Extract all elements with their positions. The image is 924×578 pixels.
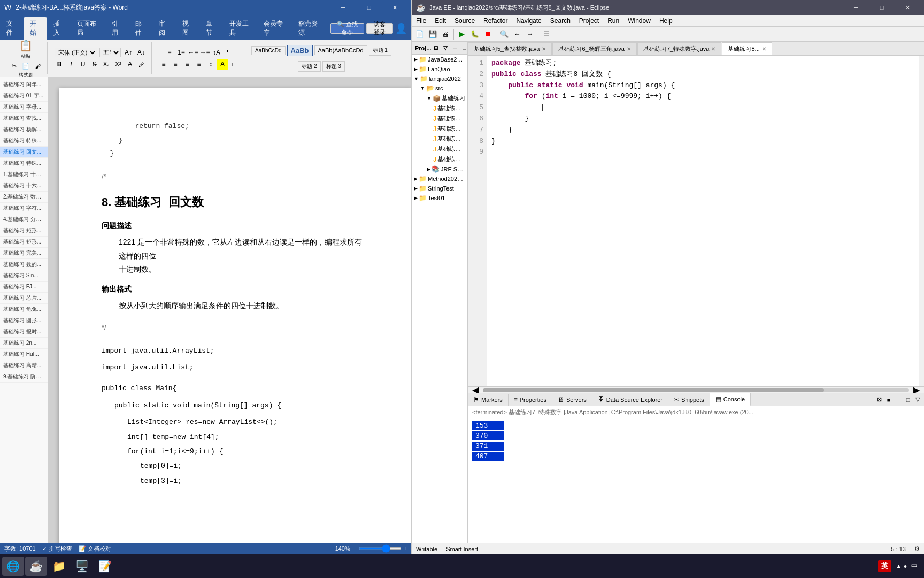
word-close-btn[interactable]: ✕ xyxy=(382,0,407,15)
menu-project[interactable]: Project xyxy=(575,16,603,26)
console-minimize-btn[interactable]: ─ xyxy=(894,396,903,404)
numbering-btn[interactable]: 1≡ xyxy=(176,47,187,58)
indent-decrease-btn[interactable]: ←≡ xyxy=(188,47,198,58)
paste-btn[interactable]: 📋 xyxy=(17,38,35,53)
style-heading1[interactable]: AaBb xyxy=(287,45,313,56)
line-spacing-btn[interactable]: ↕ xyxy=(205,59,216,70)
tb-perspective-btn[interactable]: ☰ xyxy=(541,28,552,40)
console-terminate-btn[interactable]: ■ xyxy=(884,396,893,404)
sidebar-item-21[interactable]: 基础练习 圆形... xyxy=(0,315,48,326)
pilcrow-btn[interactable]: ¶ xyxy=(223,47,234,58)
sidebar-item-19[interactable]: 基础练习 芯片... xyxy=(0,293,48,304)
tab-console[interactable]: ▤ Console xyxy=(710,393,751,406)
ribbon-tab-resources[interactable]: 稻壳资源 xyxy=(292,17,326,40)
tree-ex4[interactable]: J 基础练习... xyxy=(412,134,467,144)
tb-print-btn[interactable]: 🖨 xyxy=(440,28,451,40)
eclipse-minimize-btn[interactable]: ─ xyxy=(844,0,868,15)
editor-tab-ex7[interactable]: 基础练习7_特殊数字.java ✕ xyxy=(637,42,721,55)
tree-basics[interactable]: ▼ 📦 基础练习 xyxy=(412,93,467,103)
sidebar-item-14[interactable]: 基础练习 矩形... xyxy=(0,237,48,248)
tab-servers[interactable]: 🖥 Servers xyxy=(552,394,592,406)
console-clear-btn[interactable]: ⊠ xyxy=(875,396,883,404)
sidebar-item-6[interactable]: 基础练习 回文... xyxy=(0,147,48,158)
tree-arrow[interactable]: ▶ xyxy=(414,57,418,62)
ime-indicator[interactable]: 英 xyxy=(878,560,891,572)
sidebar-item-20[interactable]: 基础练习 龟兔... xyxy=(0,304,48,315)
tree-stringtest[interactable]: ▶ 📁 StringTest xyxy=(412,184,467,193)
sidebar-item-16[interactable]: 基础练习 数的... xyxy=(0,259,48,270)
find-command-btn[interactable]: 🔍 查找命令 xyxy=(330,23,364,34)
collapse-all-icon[interactable]: ⊟ xyxy=(432,44,440,52)
tb-stop-btn[interactable]: ⏹ xyxy=(482,28,494,40)
style-h1[interactable]: 标题 1 xyxy=(369,45,391,56)
menu-search[interactable]: Search xyxy=(546,16,575,26)
sidebar-item-5[interactable]: 基础练习 特殊... xyxy=(0,135,48,147)
tree-ex5[interactable]: J 基础练习... xyxy=(412,144,467,154)
taskbar-terminal[interactable]: 🖥️ xyxy=(71,557,93,576)
tree-src[interactable]: ▼ 📂 src xyxy=(412,83,467,93)
tree-arrow[interactable]: ▼ xyxy=(427,96,432,101)
sidebar-item-22[interactable]: 基础练习 报时... xyxy=(0,326,48,338)
copy-btn[interactable]: 📄 xyxy=(20,61,31,72)
sidebar-item-3[interactable]: 基础练习 查找... xyxy=(0,113,48,124)
tab-properties[interactable]: ≡ Properties xyxy=(509,394,552,406)
border-btn[interactable]: □ xyxy=(229,59,240,70)
style-h2[interactable]: 标题 2 xyxy=(298,61,320,72)
visit-login-btn[interactable]: 访客登录 xyxy=(366,23,393,34)
zoom-increase-btn[interactable]: + xyxy=(404,545,407,552)
menu-file[interactable]: File xyxy=(412,16,430,26)
underline-btn[interactable]: U xyxy=(78,59,88,70)
eclipse-close-btn[interactable]: ✕ xyxy=(895,0,920,15)
tree-arrow[interactable]: ▶ xyxy=(414,66,418,72)
sidebar-item-15[interactable]: 基础练习 完美... xyxy=(0,248,48,259)
tree-ex3[interactable]: J 基础练习... xyxy=(412,124,467,134)
console-view-menu-btn[interactable]: ▽ xyxy=(913,396,922,404)
menu-help[interactable]: Help xyxy=(655,16,677,26)
italic-btn[interactable]: I xyxy=(66,59,76,70)
tb-debug-btn[interactable]: 🐛 xyxy=(469,28,481,40)
bullets-btn[interactable]: ≡ xyxy=(164,47,175,58)
tb-new-btn[interactable]: 📄 xyxy=(414,28,426,40)
sidebar-item-23[interactable]: 基础练习 2n... xyxy=(0,338,48,349)
sidebar-item-12[interactable]: 4.基础练习 分解... xyxy=(0,214,48,225)
tree-arrow[interactable]: ▶ xyxy=(414,186,418,191)
sidebar-item-11[interactable]: 基础练习 字符... xyxy=(0,203,48,214)
tab-datasource[interactable]: 🗄 Data Source Explorer xyxy=(592,394,668,406)
tree-arrow[interactable]: ▼ xyxy=(420,86,425,91)
align-center-btn[interactable]: ≡ xyxy=(170,59,181,70)
tb-back-btn[interactable]: ← xyxy=(511,28,523,40)
tree-lanqiao[interactable]: ▶ 📁 LanQiao xyxy=(412,64,467,74)
sidebar-item-13[interactable]: 基础练习 矩形... xyxy=(0,225,48,237)
sidebar-item-0[interactable]: 基础练习 闰年... xyxy=(0,79,48,90)
cut-btn[interactable]: ✂ xyxy=(9,61,19,72)
indent-increase-btn[interactable]: →≡ xyxy=(199,47,210,58)
editor-tab-ex8[interactable]: 基础练习8... ✕ xyxy=(722,42,772,55)
style-normal[interactable]: AaBbCcDd xyxy=(251,46,285,55)
align-right-btn[interactable]: ≡ xyxy=(182,59,192,70)
taskbar-vnote[interactable]: 📝 xyxy=(94,557,116,576)
taskbar-chrome[interactable]: 🌐 xyxy=(2,557,24,576)
tb-run-btn[interactable]: ▶ xyxy=(456,28,468,40)
code-content[interactable]: package 基础练习; public class 基础练习8_回文数 { p… xyxy=(487,56,919,386)
sidebar-item-24[interactable]: 基础练习 Huf... xyxy=(0,349,48,360)
sidebar-item-2[interactable]: 基础练习 字母... xyxy=(0,102,48,113)
view-menu-icon[interactable]: ▽ xyxy=(441,44,450,52)
sidebar-item-4[interactable]: 基础练习 杨辉... xyxy=(0,124,48,135)
taskbar-files[interactable]: 📁 xyxy=(48,557,70,576)
tree-ex1[interactable]: J 基础练习... xyxy=(412,103,467,113)
tree-test01[interactable]: ▶ 📁 Test01 xyxy=(412,193,467,203)
zoom-slider[interactable] xyxy=(359,547,402,550)
tree-ex2[interactable]: J 基础练习... xyxy=(412,113,467,124)
format-painter-btn[interactable]: 🖌 xyxy=(32,61,43,72)
sidebar-item-7[interactable]: 基础练习 特殊... xyxy=(0,158,48,169)
tab-snippets[interactable]: ✂ Snippets xyxy=(668,394,710,406)
style-heading2[interactable]: AaBb(AaBbCcDd xyxy=(314,45,367,55)
highlight-btn[interactable]: 🖊 xyxy=(136,59,147,70)
shading-btn[interactable]: A xyxy=(217,59,228,70)
tab-close-icon[interactable]: ✕ xyxy=(711,46,715,52)
settings-icon[interactable]: ⚙ xyxy=(914,545,920,552)
tab-markers[interactable]: ⚑ Markers xyxy=(468,394,509,406)
superscript-btn[interactable]: X² xyxy=(113,59,124,70)
sidebar-item-9[interactable]: 基础练习 十六... xyxy=(0,180,48,192)
sidebar-item-26[interactable]: 9.基础练习 阶乘... xyxy=(0,371,48,383)
